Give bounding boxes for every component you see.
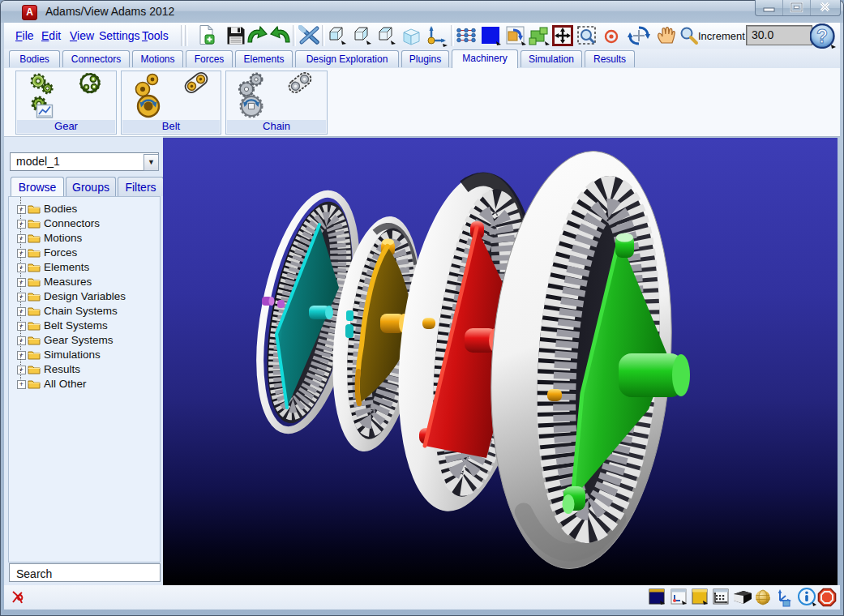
svg-text:?: ? — [816, 26, 828, 47]
